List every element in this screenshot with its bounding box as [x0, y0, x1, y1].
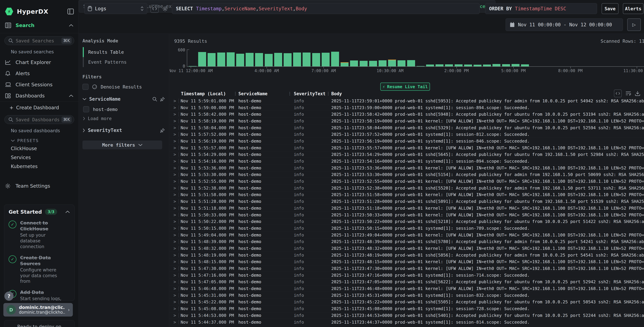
filter-group-servicename[interactable]: ServiceName — [82, 96, 165, 102]
expand-row-icon[interactable]: > — [174, 132, 176, 137]
expand-row-icon[interactable]: > — [174, 279, 176, 284]
table-row[interactable]: >Nov 11 5:53:30.000 PMhost-demoinfo2025-… — [170, 172, 644, 178]
get-started-step[interactable]: ✓ Connect to ClickHouse Set up your data… — [8, 220, 70, 250]
column-resize-handle[interactable]: ⋮ — [326, 91, 330, 96]
expand-row-icon[interactable]: > — [174, 286, 176, 291]
table-row[interactable]: >Nov 11 5:54:16.000 PMhost-demoinfo2025-… — [170, 158, 644, 165]
pin-icon[interactable] — [160, 128, 165, 133]
denoise-checkbox[interactable] — [82, 84, 88, 90]
column-body[interactable]: Body — [331, 91, 342, 96]
table-row[interactable]: >Nov 11 5:47:05.000 PMhost-demoinfo2025-… — [170, 279, 644, 286]
mode-event-patterns[interactable]: Event Patterns — [83, 57, 165, 67]
table-row[interactable]: >Nov 11 5:50:15.000 PMhost-demoinfo2025-… — [170, 225, 644, 232]
expand-row-icon[interactable]: > — [174, 273, 176, 278]
orderby-input[interactable]: ORDER BY TimestampTime DESC — [485, 3, 597, 14]
sidebar-item-search[interactable]: Search — [0, 18, 78, 33]
more-filters-button[interactable]: More filters — [82, 140, 162, 149]
table-row[interactable]: >Nov 11 5:51:28.000 PMhost-demoinfo2025-… — [170, 198, 644, 205]
expand-row-icon[interactable]: > — [174, 293, 176, 298]
table-row[interactable]: >Nov 11 5:57:52.000 PMhost-demoinfo2025-… — [170, 131, 644, 138]
get-started-step[interactable]: ✓ Create Data Sources Configure where yo… — [8, 255, 70, 284]
saved-searches-input[interactable]: ⌘K — [4, 36, 74, 45]
table-row[interactable]: >Nov 11 5:48:39.000 PMhost-demoinfo2025-… — [170, 238, 644, 245]
table-row[interactable]: >Nov 11 5:51:18.000 PMhost-demoinfo2025-… — [170, 205, 644, 212]
table-row[interactable]: >Nov 11 5:50:22.000 PMhost-demoinfo2025-… — [170, 218, 644, 225]
code-view-icon[interactable] — [150, 5, 159, 13]
table-row[interactable]: >Nov 11 5:58:42.000 PMhost-demoinfo2025-… — [170, 111, 644, 118]
expand-row-icon[interactable]: > — [174, 186, 176, 190]
get-started-step[interactable]: ✓ Add Data Start sending logs, metrics, … — [8, 289, 70, 301]
table-row[interactable]: >Nov 11 5:47:30.000 PMhost-demoinfo2025-… — [170, 265, 644, 272]
sidebar-item-alerts[interactable]: Alerts — [0, 68, 78, 79]
column-resize-handle[interactable]: ⋮ — [288, 91, 292, 96]
host-demo-checkbox[interactable] — [83, 106, 89, 112]
chevron-up-icon[interactable] — [69, 24, 74, 27]
table-row[interactable]: >Nov 11 5:44:53.000 PMhost-demoinfo2025-… — [170, 312, 644, 319]
resume-live-tail-button[interactable]: ⚡ Resume Live Tail — [380, 82, 430, 91]
table-row[interactable]: >Nov 11 5:54:29.000 PMhost-demoinfo2025-… — [170, 151, 644, 158]
denoise-results-option[interactable]: Denoise Results — [82, 84, 165, 90]
download-icon[interactable] — [635, 91, 640, 96]
expand-row-icon[interactable]: > — [174, 306, 176, 311]
expand-row-icon[interactable]: > — [174, 159, 176, 164]
events-histogram[interactable]: Nov 11 12:00:00 AM4:00:00 AM7:00:00 AM10… — [170, 46, 644, 86]
table-row[interactable]: >Nov 11 5:45:22.000 PMhost-demoinfo2025-… — [170, 299, 644, 306]
sidebar-item-team-settings[interactable]: Team Settings — [0, 180, 78, 192]
table-row[interactable]: >Nov 11 5:58:19.000 PMhost-demoinfo2025-… — [170, 118, 644, 124]
expand-row-icon[interactable]: > — [174, 246, 176, 251]
expand-row-icon[interactable]: > — [174, 239, 176, 244]
filter-search-icon[interactable] — [152, 96, 157, 102]
expand-row-icon[interactable]: > — [174, 179, 176, 184]
expand-row-icon[interactable]: > — [174, 152, 176, 157]
expand-row-icon[interactable]: > — [174, 232, 176, 238]
expand-row-icon[interactable]: > — [174, 266, 176, 271]
presets-header[interactable]: PRESETS — [0, 136, 78, 144]
saved-dashboards-field[interactable] — [16, 117, 59, 122]
expand-row-icon[interactable]: > — [174, 313, 176, 318]
source-select[interactable]: Logs — [84, 3, 147, 14]
expand-row-icon[interactable]: > — [174, 199, 176, 204]
table-row[interactable]: >Nov 11 5:53:36.000 PMhost-demoinfo2025-… — [170, 165, 644, 172]
preset-clickhouse[interactable]: ClickHouse — [0, 144, 78, 153]
table-row[interactable]: >Nov 11 5:48:19.000 PMhost-demoinfo2025-… — [170, 252, 644, 258]
table-row[interactable]: >Nov 11 5:59:01.000 PMhost-demoinfo2025-… — [170, 98, 644, 104]
expand-row-icon[interactable]: > — [174, 212, 176, 218]
source-settings-gear-icon[interactable] — [161, 5, 169, 13]
expand-row-icon[interactable]: > — [174, 118, 176, 124]
expand-row-icon[interactable]: > — [174, 125, 176, 130]
table-row[interactable]: >Nov 11 5:46:48.000 PMhost-demoinfo2025-… — [170, 285, 644, 292]
sidebar-item-client-sessions[interactable]: Client Sessions — [0, 79, 78, 90]
mode-results-table[interactable]: Results Table — [83, 47, 165, 57]
create-dashboard-button[interactable]: + Create Dashboard — [0, 102, 78, 112]
expand-row-icon[interactable]: > — [174, 192, 176, 197]
expand-row-icon[interactable]: > — [174, 166, 176, 170]
sidebar-collapse-icon[interactable] — [68, 8, 74, 14]
expand-row-icon[interactable]: > — [174, 98, 176, 103]
expand-row-icon[interactable]: > — [174, 259, 176, 264]
sidebar-item-chart-explorer[interactable]: Chart Explorer — [0, 57, 78, 68]
chevron-up-icon[interactable] — [69, 94, 74, 97]
expand-row-icon[interactable]: > — [174, 105, 176, 110]
pin-icon[interactable] — [160, 96, 165, 102]
column-resize-handle[interactable]: ⋮ — [233, 91, 237, 96]
filter-option-host-demo[interactable]: host-demo — [83, 106, 165, 112]
sidebar-item-dashboards[interactable]: Dashboards — [0, 90, 78, 101]
preset-kubernetes[interactable]: Kubernetes — [0, 162, 78, 171]
table-row[interactable]: >Nov 11 5:51:58.000 PMhost-demoinfo2025-… — [170, 192, 644, 198]
table-row[interactable]: >Nov 11 5:59:00.000 PMhost-demoinfo2025-… — [170, 104, 644, 111]
expand-row-icon[interactable]: > — [174, 219, 176, 224]
expand-row-icon[interactable]: > — [174, 226, 176, 231]
chevron-up-icon[interactable] — [65, 210, 70, 213]
table-row[interactable]: >Nov 11 5:48:32.000 PMhost-demoinfo2025-… — [170, 245, 644, 252]
column-servicename[interactable]: ServiceName — [238, 91, 268, 96]
wrap-lines-icon[interactable] — [626, 91, 631, 96]
expand-row-icon[interactable]: > — [174, 112, 176, 117]
table-row[interactable]: >Nov 11 5:45:31.000 PMhost-demoinfo2025-… — [170, 292, 644, 299]
expand-row-icon[interactable]: > — [174, 206, 176, 210]
table-row[interactable]: >Nov 11 5:52:38.000 PMhost-demoinfo2025-… — [170, 185, 644, 192]
column-severitytext[interactable]: SeverityText — [294, 91, 326, 96]
saved-searches-field[interactable] — [16, 38, 59, 44]
save-button[interactable]: Save — [602, 3, 618, 14]
table-row[interactable]: >Nov 11 5:45:08.000 PMhost-demoinfo2025-… — [170, 306, 644, 312]
table-row[interactable]: >Nov 11 5:52:55.000 PMhost-demoinfo2025-… — [170, 178, 644, 185]
